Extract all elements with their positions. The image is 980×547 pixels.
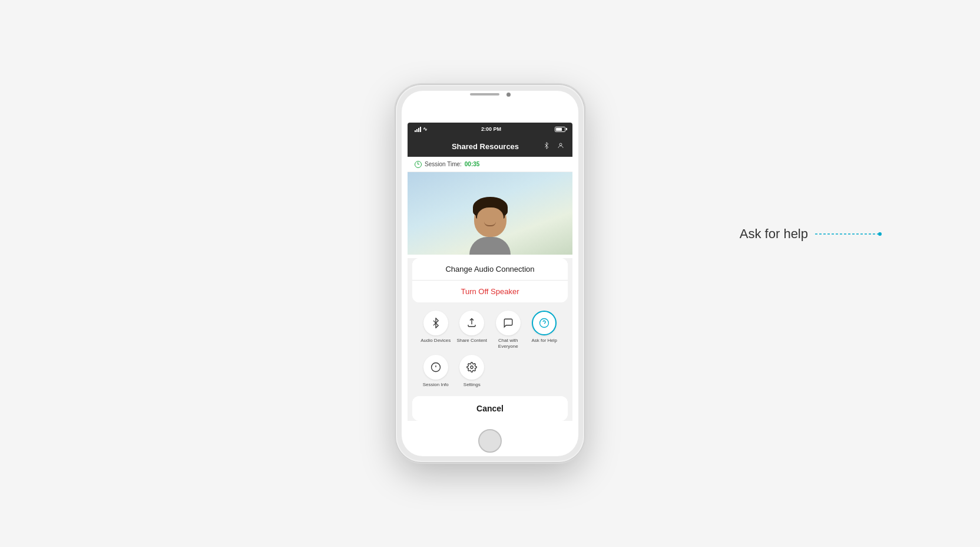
grid-row-2: Session Info Settings (412, 354, 568, 393)
info-icon (431, 362, 441, 373)
signal-bars-icon (415, 127, 421, 132)
annotation: Ask for help (740, 226, 886, 242)
turn-off-speaker-button[interactable]: Turn Off Speaker (412, 281, 568, 302)
session-bar: Session Time: 00:35 (408, 157, 572, 172)
person-shape (469, 202, 511, 255)
share-content-icon-circle (459, 311, 484, 335)
status-right (555, 127, 565, 132)
sheet-container: Change Audio Connection Turn Off Speaker (412, 258, 568, 302)
chat-icon-circle (496, 311, 521, 335)
ask-for-help-item[interactable]: Ask for Help (528, 311, 561, 349)
phone-speaker (470, 93, 499, 95)
video-area (408, 172, 572, 255)
person-smile (484, 222, 496, 226)
cancel-container: Cancel (412, 396, 568, 421)
nav-bar: Shared Resources (408, 136, 572, 157)
battery-icon (555, 127, 565, 132)
chat-icon (503, 318, 514, 328)
nav-icons (543, 142, 564, 151)
audio-devices-label: Audio Devices (421, 338, 451, 344)
person-head (474, 202, 506, 237)
session-info-label: Session Info (423, 382, 449, 388)
ask-for-help-icon-circle (532, 311, 557, 335)
person-face (477, 207, 504, 230)
ask-for-help-label: Ask for Help (531, 338, 557, 344)
share-content-label: Share Content (456, 338, 487, 344)
settings-item[interactable]: Settings (456, 355, 489, 388)
action-sheet: Change Audio Connection Turn Off Speaker (408, 258, 572, 421)
annotation-line (815, 228, 886, 240)
wifi-icon: ∿ (423, 126, 428, 132)
session-time-label: Session Time: (425, 161, 462, 167)
change-audio-button[interactable]: Change Audio Connection (412, 258, 568, 281)
share-icon (466, 318, 477, 328)
nav-title: Shared Resources (452, 142, 519, 151)
home-button[interactable] (478, 429, 502, 453)
svg-point-2 (540, 319, 549, 328)
session-info-icon-circle (423, 355, 448, 380)
settings-icon-circle (459, 355, 484, 380)
phone-camera (506, 93, 511, 97)
audio-devices-item[interactable]: Audio Devices (419, 311, 452, 349)
bluetooth-icon (431, 318, 441, 328)
bluetooth-icon[interactable] (543, 142, 550, 151)
chat-everyone-label: Chat with Everyone (492, 338, 525, 349)
session-time-value: 00:35 (465, 161, 480, 167)
annotation-text: Ask for help (740, 226, 808, 242)
help-icon (539, 318, 549, 328)
phone-inner: ∿ 2:00 PM Shared Resources (402, 91, 578, 456)
status-left: ∿ (415, 126, 428, 132)
settings-icon (466, 362, 477, 373)
status-time: 2:00 PM (481, 126, 501, 132)
cancel-button[interactable]: Cancel (412, 396, 568, 421)
phone-shell: ∿ 2:00 PM Shared Resources (396, 85, 584, 462)
settings-label: Settings (463, 382, 481, 388)
person-body (469, 237, 511, 255)
session-clock-icon (415, 161, 422, 168)
scene: ∿ 2:00 PM Shared Resources (0, 0, 980, 547)
profile-icon[interactable] (557, 142, 564, 151)
svg-point-9 (878, 232, 882, 236)
share-content-item[interactable]: Share Content (456, 311, 489, 349)
chat-everyone-item[interactable]: Chat with Everyone (492, 311, 525, 349)
status-bar: ∿ 2:00 PM (408, 123, 572, 136)
svg-point-7 (471, 366, 474, 369)
grid-row-1: Audio Devices Share Conte (412, 306, 568, 354)
phone-top-bar (449, 91, 531, 97)
audio-devices-icon-circle (423, 311, 448, 335)
screen: ∿ 2:00 PM Shared Resources (408, 123, 572, 424)
session-info-item[interactable]: Session Info (419, 355, 452, 388)
svg-point-0 (559, 143, 562, 146)
